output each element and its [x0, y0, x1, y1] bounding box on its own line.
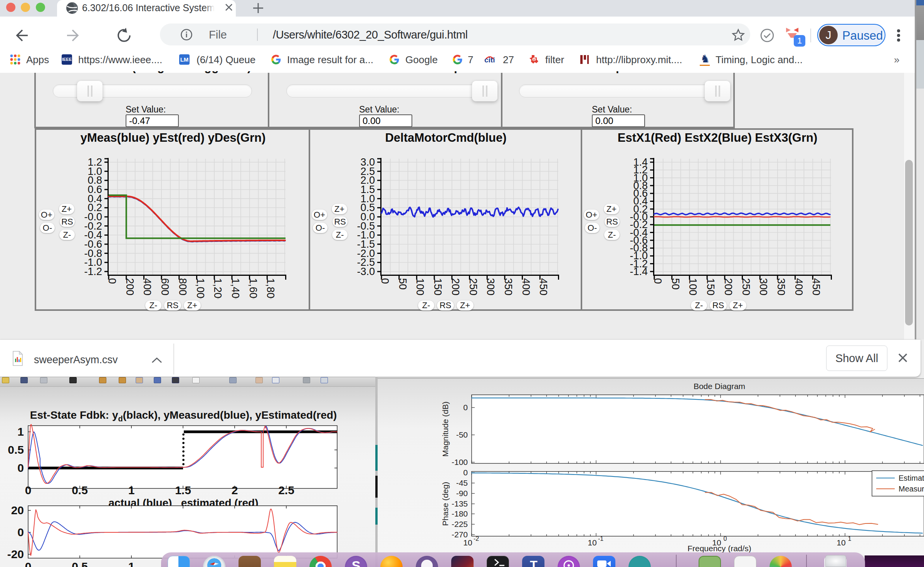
- svg-text:10: 10: [463, 538, 472, 547]
- svg-text:Measured: Measured: [899, 485, 924, 493]
- svg-text:-1: -1: [598, 535, 603, 542]
- svg-text:Bode Diagram: Bode Diagram: [694, 382, 745, 391]
- svg-text:0: 0: [463, 468, 468, 477]
- svg-text:-270: -270: [452, 530, 468, 539]
- svg-text:-50: -50: [456, 430, 468, 439]
- svg-text:Magnitude (dB): Magnitude (dB): [441, 401, 450, 457]
- svg-text:-2: -2: [474, 535, 479, 542]
- svg-text:10: 10: [837, 538, 845, 547]
- svg-text:-225: -225: [452, 520, 468, 528]
- svg-text:-180: -180: [452, 509, 468, 518]
- svg-text:Phase (deg): Phase (deg): [441, 482, 450, 526]
- svg-text:-45: -45: [456, 478, 468, 487]
- svg-text:-90: -90: [456, 489, 468, 498]
- svg-text:Estimated: Estimated: [899, 474, 924, 482]
- svg-text:0: 0: [724, 535, 727, 542]
- svg-text:1: 1: [848, 535, 852, 542]
- svg-text:-100: -100: [452, 458, 468, 466]
- svg-text:0: 0: [463, 403, 468, 412]
- svg-text:-135: -135: [452, 499, 468, 508]
- svg-text:Frequency (rad/s): Frequency (rad/s): [687, 544, 751, 553]
- svg-text:10: 10: [588, 538, 596, 547]
